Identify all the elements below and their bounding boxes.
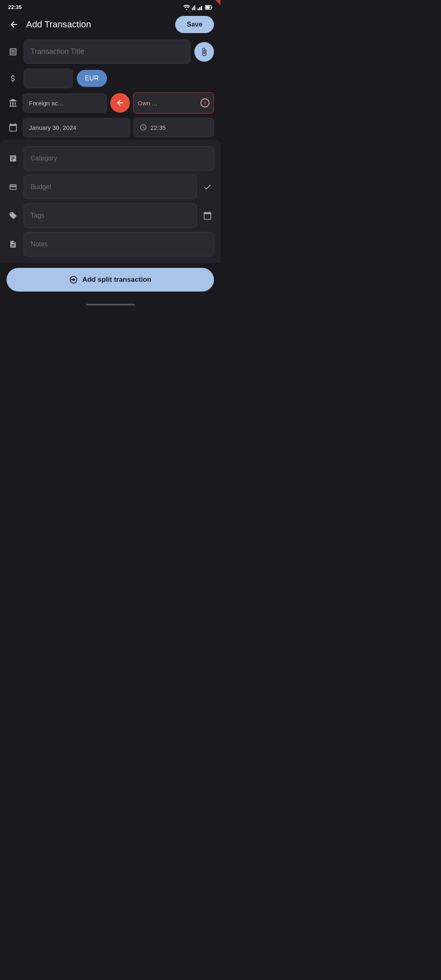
scroll-section: [0, 140, 220, 263]
amount-row: 0.00 EUR: [7, 69, 214, 88]
wifi-icon: [183, 4, 190, 10]
date-button[interactable]: January 30, 2024: [23, 118, 130, 137]
status-icons: [183, 4, 212, 10]
calendar-small-icon: [201, 209, 214, 222]
category-input[interactable]: [24, 146, 214, 171]
tags-input[interactable]: [24, 203, 197, 228]
status-bar: 22:35: [0, 0, 220, 13]
time-button[interactable]: 22:35: [134, 118, 214, 137]
signal-bars-icon: [198, 4, 203, 10]
date-time-row: January 30, 2024 22:35: [7, 118, 214, 137]
checkmark-icon: [201, 180, 214, 194]
category-row: [7, 146, 214, 171]
category-icon: [7, 152, 20, 165]
to-account-button[interactable]: Own ... !: [133, 92, 214, 114]
amount-input[interactable]: 0.00: [24, 69, 73, 88]
notes-row: [7, 232, 214, 256]
back-button[interactable]: [7, 17, 21, 32]
from-account-button[interactable]: Foreign ac...: [23, 94, 107, 113]
split-icon: [69, 275, 78, 284]
calendar-icon: [7, 121, 20, 134]
budget-icon: [7, 180, 20, 194]
budget-row: [7, 175, 214, 199]
bank-icon: [7, 96, 20, 109]
add-split-label: Add split transaction: [82, 276, 151, 284]
bottom-nav-bar: [0, 300, 220, 310]
svg-rect-0: [192, 8, 193, 10]
dollar-icon: [7, 72, 20, 85]
page-title: Add Transaction: [26, 19, 91, 30]
transfer-direction-button[interactable]: [110, 93, 130, 113]
tags-row: [7, 203, 214, 228]
form-container: 0.00 EUR Foreign ac... Own ... !: [0, 40, 220, 137]
account-row: Foreign ac... Own ... !: [7, 92, 214, 114]
warning-icon: !: [200, 98, 209, 107]
title-row: [7, 40, 214, 64]
receipt-icon: [7, 45, 20, 58]
app-bar: Add Transaction Save: [0, 13, 220, 40]
transaction-title-input[interactable]: [24, 40, 190, 64]
tags-icon: [7, 209, 20, 222]
add-split-button[interactable]: Add split transaction: [7, 268, 214, 292]
bottom-home-indicator: [86, 304, 135, 305]
budget-input[interactable]: [24, 175, 197, 199]
svg-rect-7: [206, 6, 210, 9]
currency-button[interactable]: EUR: [77, 70, 107, 87]
to-account-label: Own ...: [138, 100, 157, 107]
svg-rect-2: [194, 5, 195, 10]
svg-rect-1: [193, 7, 194, 10]
signal-icon: [192, 4, 196, 10]
svg-rect-8: [212, 7, 212, 8]
svg-rect-4: [199, 7, 200, 10]
attachment-button[interactable]: [194, 42, 214, 62]
save-button[interactable]: Save: [175, 16, 214, 33]
svg-rect-3: [198, 9, 199, 10]
svg-rect-5: [201, 6, 202, 10]
notes-input[interactable]: [24, 232, 214, 256]
status-time: 22:35: [8, 4, 22, 10]
battery-icon: [205, 5, 212, 10]
time-value: 22:35: [150, 124, 166, 131]
notes-icon: [7, 238, 20, 251]
